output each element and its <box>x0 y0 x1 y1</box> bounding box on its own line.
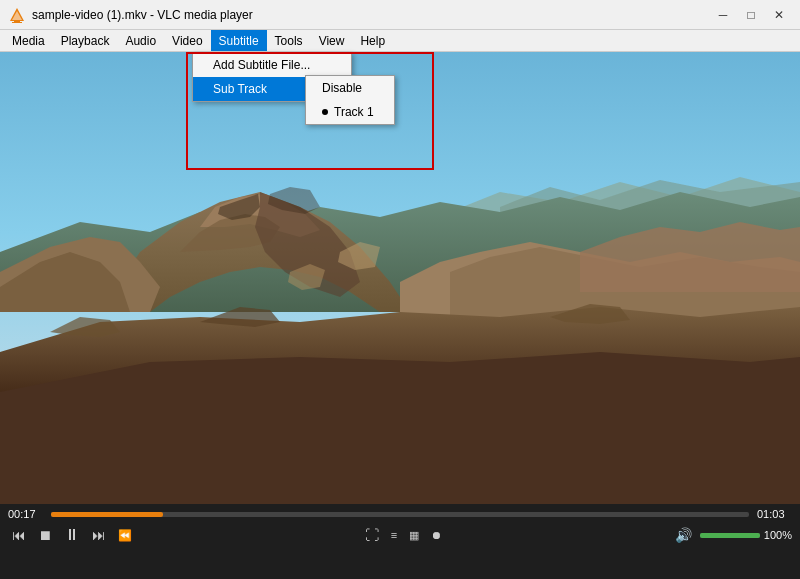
controls-bar: 00:17 01:03 ⏮ ⏹ ⏸ ⏭ ⏪ ⛶ ≡ ▦ ⏺ 🔊 100% <box>0 504 800 579</box>
menu-help[interactable]: Help <box>352 30 393 51</box>
svg-rect-3 <box>12 22 22 23</box>
next-button[interactable]: ⏭ <box>88 525 110 545</box>
disable-track-item[interactable]: Disable <box>306 76 394 100</box>
track1-dot <box>322 109 328 115</box>
track1-item[interactable]: Track 1 <box>306 100 394 124</box>
svg-marker-17 <box>0 352 800 504</box>
disable-track-label: Disable <box>322 81 362 95</box>
vlc-icon <box>8 6 26 24</box>
window-title: sample-video (1).mkv - VLC media player <box>32 8 253 22</box>
frame-step-button[interactable]: ▦ <box>405 527 423 544</box>
controls-row: ⏮ ⏹ ⏸ ⏭ ⏪ ⛶ ≡ ▦ ⏺ 🔊 100% <box>8 524 792 546</box>
slower-button[interactable]: ⏪ <box>114 527 136 544</box>
video-area[interactable] <box>0 52 800 504</box>
menu-bar: Media Playback Audio Video Subtitle Tool… <box>0 30 800 52</box>
menu-subtitle[interactable]: Subtitle <box>211 30 267 51</box>
progress-area: 00:17 01:03 <box>8 508 792 520</box>
minimize-button[interactable]: ─ <box>710 5 736 25</box>
menu-playback[interactable]: Playback <box>53 30 118 51</box>
stop-button[interactable]: ⏹ <box>34 525 56 545</box>
volume-bar[interactable] <box>700 533 760 538</box>
menu-media[interactable]: Media <box>4 30 53 51</box>
menu-audio[interactable]: Audio <box>117 30 164 51</box>
add-subtitle-item[interactable]: Add Subtitle File... <box>193 53 351 77</box>
progress-fill <box>51 512 163 517</box>
sub-track-label: Sub Track <box>213 82 267 96</box>
fullscreen-button[interactable]: ⛶ <box>361 525 383 545</box>
volume-area: 🔊 100% <box>671 525 792 545</box>
progress-bar[interactable] <box>51 512 749 517</box>
time-current: 00:17 <box>8 508 43 520</box>
close-button[interactable]: ✕ <box>766 5 792 25</box>
extended-settings-button[interactable]: ≡ <box>387 527 401 543</box>
title-bar: sample-video (1).mkv - VLC media player … <box>0 0 800 30</box>
menu-video[interactable]: Video <box>164 30 210 51</box>
time-total: 01:03 <box>757 508 792 520</box>
svg-rect-2 <box>14 20 20 22</box>
prev-button[interactable]: ⏮ <box>8 525 30 545</box>
title-bar-controls: ─ □ ✕ <box>710 5 792 25</box>
video-frame <box>0 52 800 504</box>
volume-label: 100% <box>764 529 792 541</box>
sub-track-dropdown: Disable Track 1 <box>305 75 395 125</box>
track1-label: Track 1 <box>334 105 374 119</box>
play-pause-button[interactable]: ⏸ <box>60 524 84 546</box>
volume-fill <box>700 533 760 538</box>
title-bar-left: sample-video (1).mkv - VLC media player <box>8 6 253 24</box>
menu-tools[interactable]: Tools <box>267 30 311 51</box>
volume-icon[interactable]: 🔊 <box>671 525 696 545</box>
menu-view[interactable]: View <box>311 30 353 51</box>
record-button[interactable]: ⏺ <box>427 527 446 543</box>
maximize-button[interactable]: □ <box>738 5 764 25</box>
